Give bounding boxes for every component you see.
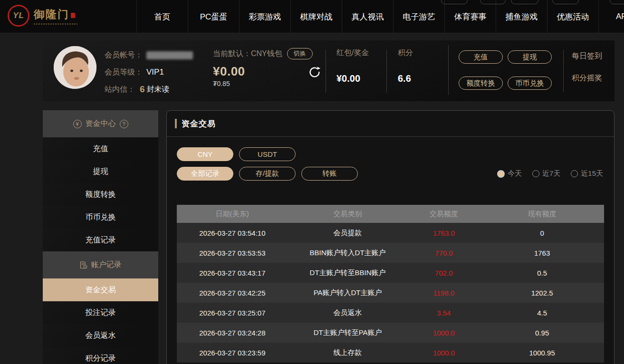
table-header-cell: 交易额度 bbox=[407, 210, 480, 219]
cell-amount: 1198.0 bbox=[407, 289, 480, 297]
table-row: 2026-03-27 03:42:25PA账户转入DT主账户1198.01202… bbox=[177, 283, 604, 303]
wallet-name: CNY钱包 bbox=[251, 49, 282, 57]
daily-links: 每日签到积分摇奖 bbox=[572, 51, 602, 83]
sidebar: ¥资金中心?充值提现额度转换币币兑换充值记录¥账户记录资金交易投注记录会员返水积… bbox=[43, 110, 158, 364]
action-button-提现[interactable]: 提现 bbox=[508, 50, 552, 64]
sidebar-item-币币兑换[interactable]: 币币兑换 bbox=[43, 206, 158, 229]
panel-title-row: 资金交易 bbox=[167, 111, 614, 137]
nav-item-彩票游戏[interactable]: 彩票游戏 bbox=[239, 0, 290, 33]
table-row: 2026-03-27 03:54:10会员提款1763.00 bbox=[177, 223, 604, 243]
divider bbox=[386, 50, 387, 93]
wallet-cny-amount: ¥0.00 bbox=[213, 64, 313, 79]
cell-amount: 3.54 bbox=[407, 309, 480, 317]
cell-type: DT主账户转至BBIN账户 bbox=[288, 268, 408, 278]
sidebar-item-投注记录[interactable]: 投注记录 bbox=[43, 301, 158, 324]
points-block: 积分 6.6 bbox=[398, 48, 413, 84]
nav-item-APP[interactable]: APP bbox=[598, 0, 624, 33]
divider bbox=[326, 50, 326, 93]
cell-amount: 702.0 bbox=[407, 269, 480, 277]
cell-balance: 0 bbox=[480, 229, 604, 237]
cell-date: 2026-03-27 03:24:28 bbox=[177, 329, 288, 337]
nav-item-首页[interactable]: 首页 bbox=[136, 0, 188, 33]
quick-actions: 充值提现额度转换币币兑换 bbox=[459, 50, 554, 90]
cell-amount: 1000.0 bbox=[407, 329, 480, 337]
sidebar-item-额度转换[interactable]: 额度转换 bbox=[43, 183, 158, 206]
level-value: VIP1 bbox=[146, 67, 164, 77]
top-navigation: YL 御隆门 首页PC蛋蛋彩票游戏棋牌对战真人视讯电子游艺体育赛事捕鱼游戏优惠活… bbox=[0, 0, 624, 33]
level-label: 会员等级： bbox=[105, 67, 143, 77]
cell-balance: 0.5 bbox=[480, 269, 604, 277]
funds-transactions-panel: 资金交易 CNYUSDT 全部记录存/提款转账 今天近7天近15天 日期(美东)… bbox=[166, 110, 614, 364]
cell-date: 2026-03-27 03:54:10 bbox=[177, 229, 288, 237]
link-积分摇奖[interactable]: 积分摇奖 bbox=[572, 73, 602, 83]
record-tab-全部记录[interactable]: 全部记录 bbox=[177, 167, 233, 181]
refresh-balance-button[interactable] bbox=[307, 65, 322, 80]
table-row: 2026-03-27 03:43:17DT主账户转至BBIN账户702.00.5 bbox=[177, 263, 604, 283]
sidebar-item-提现[interactable]: 提现 bbox=[43, 160, 158, 183]
nav-item-PC蛋蛋[interactable]: PC蛋蛋 bbox=[188, 0, 239, 33]
radio-label: 近15天 bbox=[581, 169, 603, 178]
cell-type: BBIN账户转入DT主账户 bbox=[288, 249, 408, 258]
date-filter-近7天[interactable]: 近7天 bbox=[532, 169, 560, 178]
sidebar-item-充值记录[interactable]: 充值记录 bbox=[43, 229, 158, 251]
title-accent-bar bbox=[175, 119, 177, 128]
nav-item-电子游艺[interactable]: 电子游艺 bbox=[393, 0, 444, 33]
radio-label: 近7天 bbox=[542, 169, 560, 178]
nav-item-优惠活动[interactable]: 优惠活动 bbox=[547, 0, 598, 33]
record-filter-row: 全部记录存/提款转账 今天近7天近15天 bbox=[177, 167, 603, 181]
cell-date: 2026-03-27 03:43:17 bbox=[177, 269, 288, 277]
record-tab-存/提款[interactable]: 存/提款 bbox=[239, 167, 296, 181]
link-每日签到[interactable]: 每日签到 bbox=[572, 51, 602, 61]
sidebar-item-充值[interactable]: 充值 bbox=[43, 137, 158, 160]
inbox-label: 站内信： bbox=[105, 85, 135, 95]
brand-logo[interactable]: YL 御隆门 bbox=[8, 5, 77, 27]
currency-tabs: CNYUSDT bbox=[177, 147, 296, 161]
nav-item-捕鱼游戏[interactable]: 捕鱼游戏 bbox=[496, 0, 547, 33]
cell-date: 2026-03-27 03:23:59 bbox=[177, 349, 288, 357]
avatar[interactable] bbox=[54, 46, 96, 89]
currency-tab-CNY[interactable]: CNY bbox=[177, 147, 233, 161]
cell-balance: 1202.5 bbox=[480, 289, 604, 297]
nav-item-体育赛事[interactable]: 体育赛事 bbox=[444, 0, 496, 33]
action-button-币币兑换[interactable]: 币币兑换 bbox=[508, 77, 552, 90]
cell-amount: 1000.0 bbox=[407, 349, 480, 357]
table-header-cell: 现有额度 bbox=[480, 210, 604, 219]
sidebar-section-header-账户记录: ¥账户记录 bbox=[43, 251, 158, 278]
table-row: 2026-03-27 03:23:59线上存款1000.01000.95 bbox=[177, 343, 604, 363]
account-label: 会员帐号： bbox=[105, 50, 143, 60]
nav-item-棋牌对战[interactable]: 棋牌对战 bbox=[290, 0, 342, 33]
currency-tab-USDT[interactable]: USDT bbox=[239, 147, 296, 161]
question-circle-icon[interactable]: ? bbox=[120, 120, 128, 128]
cell-balance: 1000.95 bbox=[480, 349, 604, 357]
table-header-cell: 交易类别 bbox=[288, 210, 408, 219]
sidebar-item-资金交易[interactable]: 资金交易 bbox=[43, 278, 158, 301]
action-button-充值[interactable]: 充值 bbox=[459, 50, 503, 64]
avatar-image bbox=[54, 46, 96, 89]
inbox-count[interactable]: 6 bbox=[140, 84, 145, 95]
date-filter-今天[interactable]: 今天 bbox=[497, 169, 522, 178]
bonus-value: ¥0.00 bbox=[336, 73, 369, 84]
cell-amount: 770.0 bbox=[407, 249, 480, 257]
sidebar-item-积分记录[interactable]: 积分记录 bbox=[43, 347, 158, 364]
account-number-redacted bbox=[146, 51, 193, 59]
action-button-额度转换[interactable]: 额度转换 bbox=[459, 77, 503, 90]
table-body: 2026-03-27 03:54:10会员提款1763.002026-03-27… bbox=[177, 223, 604, 363]
page-title: 资金交易 bbox=[182, 118, 216, 129]
cell-type: 会员返水 bbox=[288, 308, 408, 317]
sidebar-section-title: 资金中心 bbox=[86, 119, 116, 129]
sidebar-item-会员返水[interactable]: 会员返水 bbox=[43, 324, 158, 347]
red-seal-icon bbox=[71, 13, 75, 18]
cell-date: 2026-03-27 03:42:25 bbox=[177, 289, 288, 297]
date-filter-近15天[interactable]: 近15天 bbox=[571, 169, 603, 178]
divider bbox=[448, 45, 449, 95]
radio-icon bbox=[532, 170, 539, 177]
nav-item-真人视讯[interactable]: 真人视讯 bbox=[342, 0, 393, 33]
cell-type: DT主账户转至PA账户 bbox=[288, 328, 408, 337]
cell-type: 线上存款 bbox=[288, 348, 408, 357]
record-tab-转账[interactable]: 转账 bbox=[301, 167, 358, 181]
wallet-switch-button[interactable]: 切换 bbox=[287, 48, 313, 59]
dragon-monogram-icon: YL bbox=[8, 5, 29, 27]
sidebar-section-header-资金中心: ¥资金中心? bbox=[43, 110, 158, 137]
table-row: 2026-03-27 03:24:28DT主账户转至PA账户1000.00.95 bbox=[177, 323, 604, 343]
member-info: 会员帐号： 会员等级： VIP1 站内信： 6 封未读 bbox=[105, 48, 193, 99]
